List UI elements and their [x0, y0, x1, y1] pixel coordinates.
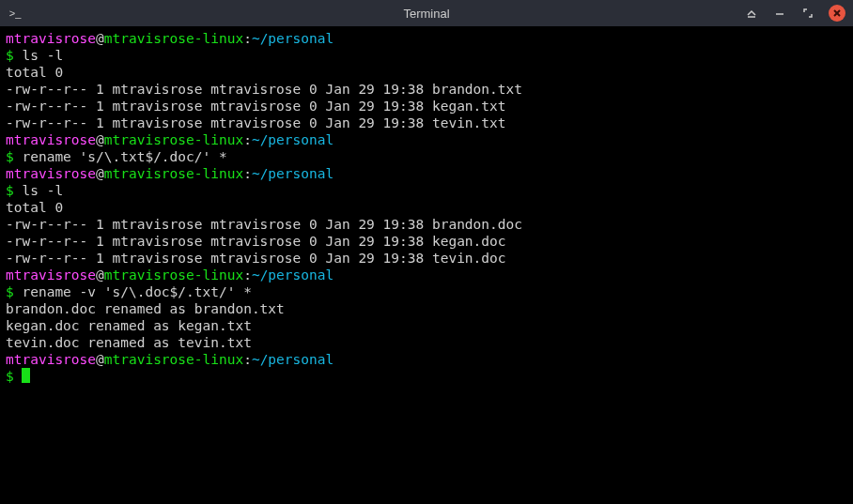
prompt: mtravisrose@mtravisrose-linux:~/personal	[6, 30, 847, 47]
prompt-host: mtravisrose-linux	[104, 132, 243, 147]
prompt-path: ~/personal	[252, 166, 333, 181]
output-line: brandon.doc renamed as brandon.txt	[6, 300, 847, 317]
output-line: -rw-r--r-- 1 mtravisrose mtravisrose 0 J…	[6, 98, 847, 115]
prompt-host: mtravisrose-linux	[104, 31, 243, 46]
prompt-user: mtravisrose	[6, 352, 96, 367]
window-title: Terminal	[403, 7, 449, 21]
prompt: mtravisrose@mtravisrose-linux:~/personal	[6, 165, 847, 182]
output-line: -rw-r--r-- 1 mtravisrose mtravisrose 0 J…	[6, 216, 847, 233]
command-text: rename 's/\.txt$/.doc/' *	[22, 149, 226, 164]
output-text: -rw-r--r-- 1 mtravisrose mtravisrose 0 J…	[6, 82, 522, 97]
output-line: -rw-r--r-- 1 mtravisrose mtravisrose 0 J…	[6, 81, 847, 98]
output-text: tevin.doc renamed as tevin.txt	[6, 335, 252, 350]
prompt-host: mtravisrose-linux	[104, 352, 243, 367]
prompt: mtravisrose@mtravisrose-linux:~/personal	[6, 267, 847, 283]
output-line: kegan.doc renamed as kegan.txt	[6, 317, 847, 334]
at-symbol: @	[96, 31, 104, 46]
output-text: -rw-r--r-- 1 mtravisrose mtravisrose 0 J…	[6, 251, 506, 266]
prompt-line: mtravisrose@mtravisrose-linux:~/personal	[6, 131, 847, 148]
prompt-symbol: $	[6, 369, 22, 384]
prompt-line: mtravisrose@mtravisrose-linux:~/personal	[6, 267, 847, 283]
prompt-symbol: $	[6, 48, 22, 63]
command-line: $ rename -v 's/\.doc$/.txt/' *	[6, 283, 847, 300]
prompt-user: mtravisrose	[6, 132, 96, 147]
output-text: -rw-r--r-- 1 mtravisrose mtravisrose 0 J…	[6, 234, 506, 249]
at-symbol: @	[96, 352, 104, 367]
prompt-line: mtravisrose@mtravisrose-linux:~/personal	[6, 165, 847, 182]
prompt-user: mtravisrose	[6, 31, 96, 46]
prompt-user: mtravisrose	[6, 267, 96, 283]
colon-symbol: :	[243, 166, 252, 181]
command-line: $ ls -l	[6, 47, 847, 64]
up-arrow-icon[interactable]	[744, 6, 759, 21]
cursor-block	[22, 368, 30, 383]
output-text: -rw-r--r-- 1 mtravisrose mtravisrose 0 J…	[6, 217, 522, 232]
at-symbol: @	[96, 166, 104, 181]
prompt-line: mtravisrose@mtravisrose-linux:~/personal	[6, 30, 847, 47]
at-symbol: @	[96, 132, 104, 147]
output-line: -rw-r--r-- 1 mtravisrose mtravisrose 0 J…	[6, 115, 847, 131]
titlebar: >_ Terminal	[0, 0, 853, 26]
titlebar-left: >_	[8, 6, 23, 21]
prompt-path: ~/personal	[252, 267, 333, 283]
colon-symbol: :	[243, 31, 252, 46]
prompt-line: mtravisrose@mtravisrose-linux:~/personal	[6, 351, 847, 368]
colon-symbol: :	[243, 352, 252, 367]
terminal-body[interactable]: mtravisrose@mtravisrose-linux:~/personal…	[0, 26, 853, 504]
prompt-symbol: $	[6, 149, 22, 164]
colon-symbol: :	[243, 267, 252, 283]
output-line: tevin.doc renamed as tevin.txt	[6, 334, 847, 351]
prompt-host: mtravisrose-linux	[104, 267, 243, 283]
output-text: kegan.doc renamed as kegan.txt	[6, 318, 252, 333]
prompt-user: mtravisrose	[6, 166, 96, 181]
output-text: -rw-r--r-- 1 mtravisrose mtravisrose 0 J…	[6, 99, 506, 114]
output-line: total 0	[6, 199, 847, 216]
active-prompt[interactable]: $	[6, 368, 847, 385]
at-symbol: @	[96, 267, 104, 283]
prompt-host: mtravisrose-linux	[104, 166, 243, 181]
minimize-button[interactable]	[772, 6, 787, 21]
output-line: -rw-r--r-- 1 mtravisrose mtravisrose 0 J…	[6, 250, 847, 267]
output-line: -rw-r--r-- 1 mtravisrose mtravisrose 0 J…	[6, 233, 847, 250]
colon-symbol: :	[243, 132, 252, 147]
prompt-symbol: $	[6, 284, 22, 299]
close-button[interactable]	[829, 5, 845, 22]
prompt-path: ~/personal	[252, 31, 333, 46]
maximize-button[interactable]	[800, 6, 815, 21]
prompt: mtravisrose@mtravisrose-linux:~/personal	[6, 351, 847, 368]
terminal-app-icon: >_	[8, 6, 23, 21]
command-line: $ ls -l	[6, 182, 847, 199]
prompt-path: ~/personal	[252, 132, 333, 147]
output-text: brandon.doc renamed as brandon.txt	[6, 301, 285, 316]
prompt-symbol: $	[6, 183, 22, 198]
command-text: ls -l	[22, 48, 63, 63]
output-line: total 0	[6, 64, 847, 81]
prompt: mtravisrose@mtravisrose-linux:~/personal	[6, 131, 847, 148]
command-text: rename -v 's/\.doc$/.txt/' *	[22, 284, 251, 299]
output-text: total 0	[6, 65, 63, 80]
window-controls	[744, 5, 845, 22]
command-text: ls -l	[22, 183, 63, 198]
prompt-path: ~/personal	[252, 352, 333, 367]
output-text: -rw-r--r-- 1 mtravisrose mtravisrose 0 J…	[6, 115, 506, 130]
command-line: $ rename 's/\.txt$/.doc/' *	[6, 148, 847, 165]
output-text: total 0	[6, 200, 63, 215]
